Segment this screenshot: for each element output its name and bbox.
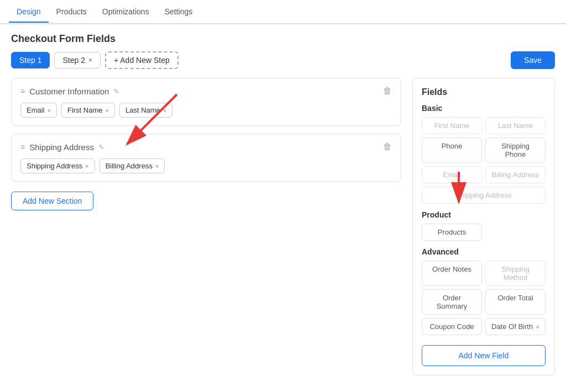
drag-icon-shipping: ≡ <box>20 142 25 151</box>
field-email-remove[interactable]: × <box>48 107 51 114</box>
field-tag-shipping-address: Shipping Address × <box>20 158 95 173</box>
field-lastname-remove[interactable]: × <box>163 107 166 114</box>
main-layout: ≡ Customer Information ✎ 🗑 Email × First… <box>0 78 566 390</box>
shipping-fields: Shipping Address × Billing Address × <box>20 158 392 173</box>
fields-panel: Fields Basic First Name Last Name Phone … <box>412 78 555 375</box>
top-nav: Design Products Optimizations Settings <box>0 0 566 24</box>
field-firstname-label: First Name <box>67 106 103 114</box>
field-tag-lastname: Last Name × <box>119 103 172 118</box>
add-section-button[interactable]: Add New Section <box>11 192 93 210</box>
field-item-order-notes[interactable]: Order Notes <box>422 261 482 286</box>
field-item-order-summary[interactable]: Order Summary <box>422 289 482 315</box>
field-tag-firstname: First Name × <box>61 103 115 118</box>
date-of-birth-remove-icon[interactable]: × <box>536 324 539 330</box>
field-tag-email: Email × <box>20 103 57 118</box>
customer-info-fields: Email × First Name × Last Name × <box>20 103 392 118</box>
tab-settings[interactable]: Settings <box>157 2 201 23</box>
field-lastname-label: Last Name <box>125 106 160 114</box>
customer-info-title: Customer Information <box>29 87 109 96</box>
step2-button[interactable]: Step 2 × <box>54 52 101 68</box>
field-email-label: Email <box>27 106 45 114</box>
field-item-billing-address[interactable]: Billing Address <box>485 166 546 183</box>
field-item-shipping-phone[interactable]: Shipping Phone <box>485 137 546 163</box>
field-shipping-address-remove[interactable]: × <box>85 163 88 169</box>
steps-left: Step 1 Step 2 × + Add New Step <box>11 51 179 69</box>
field-billing-address-label: Billing Address <box>106 162 153 170</box>
product-fields-grid: Products <box>422 224 546 241</box>
field-item-order-total[interactable]: Order Total <box>485 289 546 315</box>
delete-icon-shipping[interactable]: 🗑 <box>383 142 392 152</box>
tab-design[interactable]: Design <box>9 2 49 23</box>
steps-bar: Step 1 Step 2 × + Add New Step Save <box>0 51 566 78</box>
app-container: Design Products Optimizations Settings C… <box>0 0 566 392</box>
tab-optimizations[interactable]: Optimizations <box>95 2 157 23</box>
section-title-shipping: ≡ Shipping Address ✎ <box>20 142 104 152</box>
field-item-last-name[interactable]: Last Name <box>485 117 546 134</box>
field-item-email[interactable]: Email <box>422 166 482 183</box>
customer-info-section: ≡ Customer Information ✎ 🗑 Email × First… <box>11 78 401 126</box>
add-field-button[interactable]: Add New Field <box>422 345 546 366</box>
field-item-shipping-address[interactable]: Shipping Address <box>422 187 546 204</box>
edit-icon-shipping[interactable]: ✎ <box>98 143 104 151</box>
fields-section-advanced-title: Advanced <box>422 247 546 256</box>
basic-fields-grid: First Name Last Name Phone Shipping Phon… <box>422 117 546 204</box>
section-title-customer: ≡ Customer Information ✎ <box>20 87 119 96</box>
fields-panel-title: Fields <box>422 87 546 97</box>
field-billing-address-remove[interactable]: × <box>155 163 159 169</box>
delete-icon-customer[interactable]: 🗑 <box>383 86 392 96</box>
field-item-shipping-method[interactable]: Shipping Method <box>485 261 546 286</box>
field-tag-billing-address: Billing Address × <box>99 158 165 173</box>
tab-products[interactable]: Products <box>49 2 95 23</box>
shipping-address-section: ≡ Shipping Address ✎ 🗑 Shipping Address … <box>11 134 401 182</box>
fields-section-basic-title: Basic <box>422 104 546 113</box>
fields-section-product-title: Product <box>422 210 546 219</box>
field-item-products[interactable]: Products <box>422 224 482 241</box>
field-item-first-name[interactable]: First Name <box>422 117 482 134</box>
date-of-birth-label: Date Of Birth <box>491 322 533 331</box>
step1-button[interactable]: Step 1 <box>11 52 50 68</box>
step2-close-icon[interactable]: × <box>88 56 92 64</box>
page-title: Checkout Form Fields <box>0 24 566 51</box>
shipping-address-title: Shipping Address <box>29 142 94 152</box>
drag-icon-customer: ≡ <box>20 87 25 96</box>
edit-icon-customer[interactable]: ✎ <box>113 87 119 96</box>
field-item-phone[interactable]: Phone <box>422 137 482 163</box>
left-panel: ≡ Customer Information ✎ 🗑 Email × First… <box>11 78 412 390</box>
field-item-coupon-code[interactable]: Coupon Code <box>422 318 482 335</box>
field-firstname-remove[interactable]: × <box>106 107 109 114</box>
advanced-fields-grid: Order Notes Shipping Method Order Summar… <box>422 261 546 335</box>
add-step-button[interactable]: + Add New Step <box>105 51 179 69</box>
step2-label: Step 2 <box>62 56 85 65</box>
save-button[interactable]: Save <box>511 51 555 69</box>
section-header-customer: ≡ Customer Information ✎ 🗑 <box>20 86 392 96</box>
field-item-date-of-birth[interactable]: Date Of Birth × <box>485 318 546 335</box>
step1-label: Step 1 <box>19 56 41 65</box>
field-shipping-address-label: Shipping Address <box>27 162 82 170</box>
section-header-shipping: ≡ Shipping Address ✎ 🗑 <box>20 142 392 152</box>
